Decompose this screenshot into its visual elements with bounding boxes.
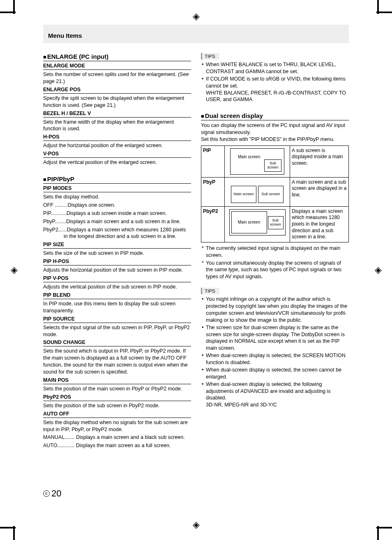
footer-e-icon: E	[43, 490, 50, 497]
tip-item: If COLOR MODE is set to sRGB or VIVID, t…	[201, 76, 349, 104]
mode-diagram: Main screen Sub screen	[225, 145, 290, 177]
item-title: V-POS	[43, 151, 191, 158]
diagram-sub-label: Sub screen	[264, 159, 281, 172]
footnote: You cannot simultaneously display the sc…	[201, 260, 349, 281]
item-title: PIP SIZE	[43, 242, 191, 249]
item-desc: Adjust the vertical position of the enla…	[43, 159, 191, 166]
page-footer: E 20	[43, 488, 61, 499]
mode-desc: A sub screen is displayed inside a main …	[290, 145, 349, 177]
item-desc: Sets the position of the main screen in …	[43, 385, 191, 392]
item-desc: Sets the position of the sub screen in P…	[43, 402, 191, 409]
item-desc: Adjusts the horizontal position of the s…	[43, 267, 191, 274]
diagram-sub-label: Sub screen	[268, 216, 284, 229]
tips-list: When WHITE BALANCE is set to THRU, BLACK…	[201, 61, 349, 103]
mode-line: AUTO............ Displays the main scree…	[43, 442, 191, 449]
item-title: PIP SOURCE	[43, 316, 191, 323]
tips-label: TIPS	[201, 53, 219, 60]
dual-intro: You can display the screens of the PC in…	[201, 122, 349, 143]
mode-diagram: Main screen Sub screen	[225, 177, 290, 206]
table-row: PbyP2 Main screen Sub screen Displays a …	[201, 206, 349, 242]
registration-mark-icon	[373, 265, 383, 275]
section-dual: Dual screen display	[201, 112, 349, 120]
item-title: PIP H-POS	[43, 258, 191, 265]
page-number: 20	[51, 488, 61, 499]
item-desc: Selects the input signal of the sub scre…	[43, 324, 191, 338]
item-title: H-POS	[43, 134, 191, 141]
item-desc: Adjusts the vertical position of the sub…	[43, 284, 191, 291]
item-desc: Sets the sound which is output in PIP, P…	[43, 348, 191, 376]
mode-line: PIP...........Displays a sub screen insi…	[43, 210, 191, 217]
diagram-main-label: Main screen	[238, 155, 260, 159]
section-enlarge: ENLARGE (PC input)	[43, 53, 191, 61]
item-title: ENLARGE MODE	[43, 63, 191, 70]
item-desc: Specify the split screen to be displayed…	[43, 95, 191, 109]
section-pip: PIP/PbyP	[43, 175, 191, 184]
item-title: PIP MODES	[43, 185, 191, 192]
right-column: TIPS When WHITE BALANCE is set to THRU, …	[201, 51, 349, 450]
tip-item: You might infringe on a copyright of the…	[201, 296, 349, 324]
item-title: MAIN POS	[43, 377, 191, 384]
footnote: The currently selected input signal is d…	[201, 245, 349, 259]
mode-name: PbyP	[201, 177, 225, 206]
item-desc: Adjust the horizontal position of the en…	[43, 142, 191, 149]
mode-line: OFF .........Displays one screen.	[43, 202, 191, 209]
mode-desc: A main screen and a sub screen are displ…	[290, 177, 349, 206]
item-title: SOUND CHANGE	[43, 339, 191, 346]
diagram-main-label: Main screen	[231, 211, 267, 233]
item-title: PIP V-POS	[43, 275, 191, 282]
mode-name: PbyP2	[201, 206, 225, 242]
dual-mode-table: PIP Main screen Sub screen A sub screen …	[201, 145, 349, 242]
item-title: AUTO OFF	[43, 411, 191, 418]
item-title: PIP BLEND	[43, 292, 191, 299]
tip-item: The screen size for dual-screen display …	[201, 324, 349, 352]
mode-diagram: Main screen Sub screen	[225, 206, 290, 242]
item-desc: Sets the display method.	[43, 194, 191, 201]
tips-label: TIPS	[201, 288, 219, 294]
mode-line: PbyP2......Displays a main screen which …	[64, 226, 191, 240]
registration-mark-icon	[9, 265, 19, 275]
table-row: PbyP Main screen Sub screen A main scree…	[201, 177, 349, 206]
item-desc: Sets the size of the sub screen in PIP m…	[43, 250, 191, 257]
item-desc: Sets the frame width of the display when…	[43, 119, 191, 133]
table-row: PIP Main screen Sub screen A sub screen …	[201, 145, 349, 177]
left-column: ENLARGE (PC input) ENLARGE MODE Sets the…	[43, 51, 191, 450]
diagram-sub-label: Sub screen	[258, 186, 284, 203]
mode-desc: Displays a main screen which measures 12…	[290, 206, 349, 242]
tip-item: When dual-screen display is selected, th…	[201, 381, 349, 409]
tip-item: When dual-screen display is selected, th…	[201, 352, 349, 366]
page-title: Menu Items	[48, 32, 82, 39]
mode-line: MANUAL....... Displays a main screen and…	[69, 434, 191, 441]
item-title: BEZEL H / BEZEL V	[43, 111, 191, 118]
tip-item: When WHITE BALANCE is set to THRU, BLACK…	[201, 61, 349, 75]
tips-list: You might infringe on a copyright of the…	[201, 296, 349, 408]
page-header: Menu Items	[43, 25, 349, 43]
diagram-main-label: Main screen	[231, 186, 256, 203]
item-desc: Sets the display method when no signals …	[43, 419, 191, 433]
tip-item: When dual-screen display is selected, th…	[201, 367, 349, 381]
registration-mark-icon	[191, 12, 201, 21]
mode-line: PbyP........Displays a main screen and a…	[43, 218, 191, 225]
mode-name: PIP	[201, 145, 225, 177]
item-title: PbyP2 POS	[43, 394, 191, 401]
item-title: ENLARGE POS	[43, 87, 191, 94]
item-desc: Sets the number of screen splits used fo…	[43, 71, 191, 85]
item-desc: In PIP mode, use this menu item to displ…	[43, 300, 191, 314]
registration-mark-icon	[191, 520, 201, 530]
